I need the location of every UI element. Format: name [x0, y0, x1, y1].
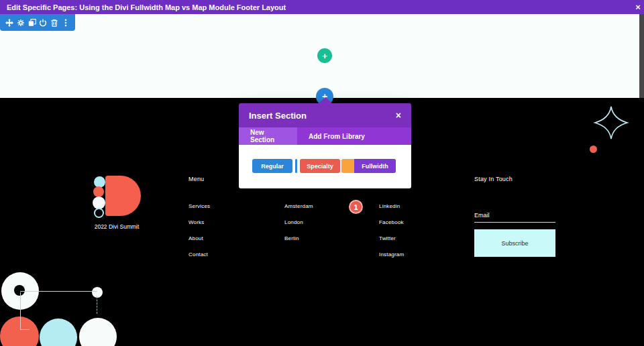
- footer-link-facebook[interactable]: Facebook: [379, 219, 404, 225]
- footer-link-works[interactable]: Works: [189, 219, 205, 225]
- orange-dot-decoration: [590, 146, 597, 153]
- close-icon[interactable]: ×: [633, 0, 643, 14]
- divi-summit-logo: [105, 176, 141, 216]
- footer-link-contact[interactable]: Contact: [189, 251, 208, 257]
- white-circle-decoration: [79, 318, 117, 346]
- connector-line: [20, 329, 30, 330]
- connector-line-dashed: [97, 296, 97, 314]
- footer-link-berlin[interactable]: Berlin: [284, 235, 299, 241]
- page-title: Edit Specific Pages: Using the Divi Full…: [0, 3, 286, 11]
- delete-trash-icon[interactable]: [50, 19, 58, 27]
- footer-link-london[interactable]: London: [284, 219, 303, 225]
- modal-notch: [319, 97, 332, 103]
- donut-hole: [14, 285, 25, 296]
- move-icon[interactable]: [5, 19, 13, 27]
- logo-caption: 2022 Divi Summit: [86, 223, 148, 230]
- newsletter-heading: Stay In Touch: [474, 176, 513, 182]
- coral-circle-decoration: [0, 316, 39, 346]
- modal-tab-bar: New Section Add From Library: [239, 127, 411, 145]
- menu-heading: Menu: [189, 176, 204, 182]
- tab-new-section[interactable]: New Section: [239, 127, 297, 145]
- divi-builder-page: Edit Specific Pages: Using the Divi Full…: [0, 0, 644, 346]
- sparkle-star-decoration: [593, 105, 629, 141]
- add-module-button[interactable]: +: [317, 48, 332, 63]
- options-dots-icon[interactable]: [62, 19, 70, 27]
- footer-link-twitter[interactable]: Twitter: [379, 235, 396, 241]
- admin-bar: Edit Specific Pages: Using the Divi Full…: [0, 0, 644, 14]
- duplicate-icon[interactable]: [28, 19, 36, 27]
- fullwidth-section-button[interactable]: Fullwidth: [341, 159, 396, 173]
- tab-add-from-library[interactable]: Add From Library: [297, 127, 376, 145]
- scrollbar[interactable]: [639, 14, 644, 98]
- fullwidth-button-label: Fullwidth: [354, 159, 396, 173]
- modal-body: Regular Specialty Fullwidth 1: [239, 145, 411, 188]
- disable-power-icon[interactable]: [39, 19, 47, 27]
- step-annotation-badge: 1: [349, 200, 363, 214]
- specialty-section-button[interactable]: Specialty: [300, 159, 340, 173]
- connector-line: [20, 291, 97, 292]
- footer-link-about[interactable]: About: [189, 235, 203, 241]
- section-toolbar: [0, 14, 75, 31]
- connector-line: [20, 292, 21, 329]
- modal-title: Insert Section: [249, 111, 307, 121]
- logo-circle-coral: [93, 186, 104, 197]
- email-field[interactable]: [474, 208, 555, 223]
- regular-section-button[interactable]: Regular: [252, 159, 292, 173]
- node-circle-decoration: [92, 287, 103, 298]
- settings-gear-icon[interactable]: [17, 19, 25, 27]
- footer-link-amsterdam[interactable]: Amsterdam: [284, 203, 313, 209]
- teal-circle-decoration: [40, 319, 77, 346]
- subscribe-button[interactable]: Subscribe: [474, 229, 555, 257]
- button-divider: [295, 159, 297, 173]
- insert-section-modal: Insert Section × New Section Add From Li…: [239, 103, 411, 188]
- close-icon[interactable]: ×: [396, 111, 401, 120]
- footer-link-instagram[interactable]: Instagram: [379, 251, 404, 257]
- footer-link-services[interactable]: Services: [189, 203, 210, 209]
- modal-header: Insert Section ×: [239, 103, 411, 127]
- footer-link-linkedin[interactable]: Linkedin: [379, 203, 400, 209]
- logo-circle-outline: [94, 208, 104, 218]
